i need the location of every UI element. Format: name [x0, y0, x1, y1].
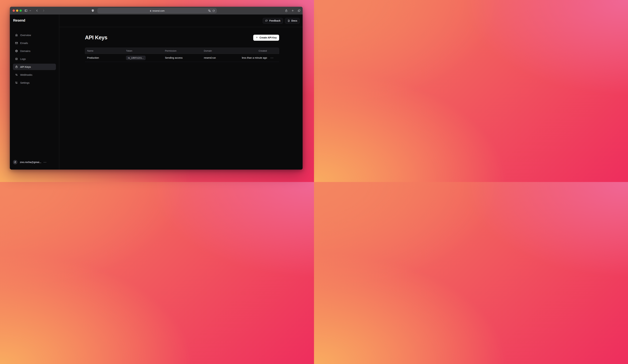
user-email: zno.rocha@gmai... [20, 161, 41, 164]
sidebar-item-webhooks[interactable]: Webhooks [13, 72, 56, 78]
sidebar-item-domains[interactable]: Domains [13, 48, 56, 54]
feedback-bubble-icon [265, 19, 268, 22]
forward-button[interactable] [42, 7, 45, 14]
row-actions-ellipsis-icon[interactable]: ··· [267, 57, 277, 59]
api-key-domain: resend.run [204, 57, 232, 59]
column-header-token: Token [126, 50, 165, 52]
sidebar-nav: Overview Emails Do [13, 32, 56, 86]
url-text: resend.com [153, 9, 165, 12]
minimize-button[interactable] [16, 9, 18, 12]
privacy-shield-icon[interactable] [91, 7, 94, 14]
reload-icon[interactable] [212, 9, 215, 12]
lock-icon [150, 10, 152, 12]
window-controls [13, 9, 22, 12]
sidebar-item-label: Settings [20, 81, 29, 84]
sidebar-item-label: Emails [20, 42, 28, 45]
sidebar-item-label: Logs [20, 58, 26, 61]
share-icon[interactable] [285, 7, 288, 14]
docs-label: Docs [291, 19, 297, 22]
sidebar: Resend Overview Ema [10, 14, 59, 170]
lock-icon [15, 65, 18, 68]
main-panel: Feedback Docs API Keys [59, 14, 303, 170]
column-header-created: Created [232, 50, 267, 52]
user-menu-ellipsis-icon[interactable]: ··· [44, 161, 47, 164]
sidebar-item-label: Overview [20, 34, 31, 37]
sliders-icon [15, 81, 18, 84]
close-button[interactable] [13, 9, 15, 12]
tab-overview-icon[interactable] [298, 7, 301, 14]
globe-icon [15, 50, 18, 53]
arrows-up-down-icon [15, 73, 18, 76]
api-keys-page: API Keys Create API Key Name Token Permi… [59, 27, 303, 62]
api-key-created: less than a minute ago [232, 57, 267, 59]
column-header-permission: Permission [165, 50, 204, 52]
chevron-down-icon[interactable] [29, 7, 31, 14]
document-icon [287, 19, 290, 22]
feedback-button[interactable]: Feedback [263, 18, 283, 24]
sidebar-toggle-icon[interactable] [24, 7, 28, 14]
translate-icon[interactable] [208, 9, 211, 12]
app-content: Resend Overview Ema [10, 14, 303, 170]
zoom-button[interactable] [19, 9, 22, 12]
api-keys-table: Name Token Permission Domain Created Pro… [85, 48, 279, 62]
page-title: API Keys [85, 35, 107, 41]
back-button[interactable] [36, 7, 38, 14]
api-key-token-chip[interactable]: re_14NYz1X1... [126, 56, 146, 60]
sidebar-item-settings[interactable]: Settings [13, 79, 56, 86]
sidebar-item-emails[interactable]: Emails [13, 40, 56, 46]
sidebar-item-label: Webhooks [20, 73, 32, 76]
top-bar: Feedback Docs [59, 14, 303, 27]
table-header: Name Token Permission Domain Created [85, 48, 279, 54]
sidebar-item-label: Domains [20, 50, 30, 53]
resend-logo: Resend [13, 18, 56, 22]
new-tab-icon[interactable] [291, 7, 294, 14]
home-icon [15, 34, 18, 37]
column-header-name: Name [87, 50, 126, 52]
sidebar-item-logs[interactable]: Logs [13, 56, 56, 62]
browser-window: resend.com [10, 7, 303, 170]
api-key-name: Production [87, 57, 126, 59]
plus-icon [256, 36, 258, 39]
create-api-key-button[interactable]: Create API Key [253, 35, 279, 41]
user-menu[interactable]: Z zno.rocha@gmai... ··· [13, 160, 56, 164]
table-row: Production re_14NYz1X1... Sending access… [85, 54, 279, 62]
sidebar-item-api-keys[interactable]: API Keys [13, 64, 56, 70]
create-api-key-label: Create API Key [259, 36, 277, 39]
sidebar-item-label: API Keys [20, 65, 31, 68]
avatar[interactable]: Z [13, 160, 17, 164]
logs-icon [15, 58, 18, 61]
browser-toolbar: resend.com [10, 7, 303, 14]
docs-button[interactable]: Docs [285, 18, 300, 24]
api-key-permission: Sending access [165, 57, 204, 59]
feedback-label: Feedback [269, 19, 281, 22]
mail-icon [15, 42, 18, 45]
column-header-domain: Domain [204, 50, 232, 52]
sidebar-item-overview[interactable]: Overview [13, 32, 56, 38]
url-bar[interactable]: resend.com [97, 8, 217, 13]
